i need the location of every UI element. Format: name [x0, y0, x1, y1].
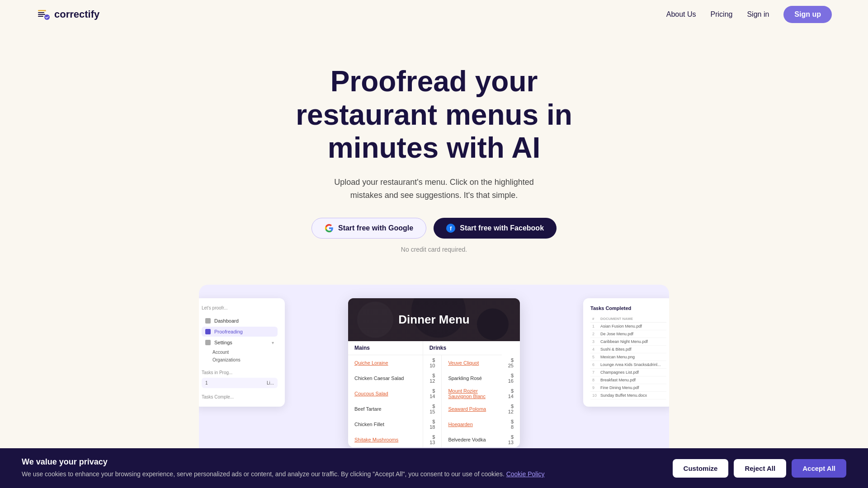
completed-table-row: 1Asian Fusion Menu.pdf — [590, 323, 666, 330]
facebook-icon: f — [446, 224, 455, 233]
completed-table-row: 4Sushi & Bites.pdf — [590, 346, 666, 353]
menu-table: Mains Drinks Quiche Loraine$ 10Veuve Cli… — [348, 341, 520, 447]
facebook-button-label: Start free with Facebook — [460, 224, 544, 232]
completed-table-row: 2De Jose Menu.pdf — [590, 330, 666, 338]
tasks-in-progress-section: Tasks in Prog... 1 Li... — [202, 370, 278, 388]
sidebar-account[interactable]: Account — [202, 348, 278, 356]
accept-all-button[interactable]: Accept All — [792, 459, 846, 478]
completed-table: # DOCUMENT NAME 1Asian Fusion Menu.pdf2D… — [590, 315, 666, 399]
google-button-label: Start free with Google — [338, 224, 413, 232]
nav-signup-button[interactable]: Sign up — [783, 6, 832, 23]
hero-subtitle: Upload your restaurant's menu. Click on … — [321, 176, 547, 202]
proofreading-label: Proofreading — [214, 329, 243, 334]
dinner-menu-card: Dinner Menu Mains Drinks Quiche Loraine$… — [348, 298, 520, 447]
dinner-menu-title: Dinner Menu — [398, 313, 469, 326]
completed-table-row: 7Champagnes List.pdf — [590, 369, 666, 376]
svg-rect-1 — [38, 10, 46, 11]
mains-header: Mains — [348, 341, 423, 355]
completed-table-row: 3Caribbean Night Menu.pdf — [590, 338, 666, 346]
dashboard-icon — [205, 318, 211, 324]
cookie-desc-text: We use cookies to enhance your browsing … — [22, 470, 505, 478]
nav-pricing[interactable]: Pricing — [711, 10, 733, 19]
proofreading-icon — [205, 329, 211, 334]
cookie-title: We value your privacy — [22, 457, 662, 467]
google-icon — [325, 224, 334, 233]
customize-button[interactable]: Customize — [673, 459, 729, 478]
chevron-icon: ▾ — [272, 340, 274, 345]
completed-table-row: 6Lounge Area Kids Snacks&drinl... — [590, 361, 666, 369]
completed-col-name: DOCUMENT NAME — [599, 315, 666, 323]
svg-rect-2 — [38, 12, 44, 13]
hero-title: Proofread your restaurant menus in minut… — [262, 65, 606, 165]
google-signup-button[interactable]: Start free with Google — [311, 218, 426, 239]
sidebar-panel: Let's proofr... Dashboard Proofreading S… — [199, 298, 285, 407]
task-number: 1 — [205, 380, 208, 385]
settings-label: Settings — [214, 340, 232, 345]
dinner-menu-body: Mains Drinks Quiche Loraine$ 10Veuve Cli… — [348, 341, 520, 447]
completed-panel-title: Tasks Completed — [590, 305, 666, 311]
tasks-completed-label: Tasks Comple... — [202, 394, 278, 399]
sidebar-nav-proofreading[interactable]: Proofreading — [202, 327, 278, 337]
reject-all-button[interactable]: Reject All — [734, 459, 786, 478]
nav-about-us[interactable]: About Us — [666, 10, 696, 19]
tasks-in-progress-label: Tasks in Prog... — [202, 370, 278, 375]
task-filename: Li... — [267, 380, 274, 385]
logo[interactable]: correctify — [36, 7, 99, 22]
completed-table-row: 9Fine Dining Menu.pdf — [590, 384, 666, 392]
dinner-menu-header: Dinner Menu — [348, 298, 520, 341]
facebook-signup-button[interactable]: f Start free with Facebook — [434, 218, 557, 239]
cookie-policy-link[interactable]: Cookie Policy — [506, 470, 545, 478]
cookie-description: We use cookies to enhance your browsing … — [22, 469, 662, 479]
completed-panel: Tasks Completed # DOCUMENT NAME 1Asian F… — [583, 298, 669, 407]
completed-table-row: 5Mexican Menu.png — [590, 353, 666, 361]
svg-rect-4 — [38, 16, 43, 17]
cookie-banner: We value your privacy We use cookies to … — [0, 448, 868, 488]
sidebar-nav-settings[interactable]: Settings ▾ — [202, 338, 278, 347]
completed-table-row: 10Sunday Buffet Menu.docx — [590, 392, 666, 399]
nav-signin[interactable]: Sign in — [747, 10, 769, 19]
svg-point-5 — [44, 14, 50, 20]
settings-icon — [205, 340, 211, 345]
completed-col-num: # — [590, 315, 599, 323]
sidebar-nav-dashboard[interactable]: Dashboard — [202, 316, 278, 326]
cookie-text-block: We value your privacy We use cookies to … — [22, 457, 662, 479]
sidebar-header-text: Let's proofr... — [202, 305, 278, 310]
nav-links: About Us Pricing Sign in Sign up — [666, 6, 832, 23]
hero-section: Proofread your restaurant menus in minut… — [0, 29, 868, 271]
tasks-completed-section: Tasks Comple... — [202, 394, 278, 399]
dashboard-label: Dashboard — [214, 318, 239, 324]
completed-table-row: 8Breakfast Menu.pdf — [590, 376, 666, 384]
navbar: correctify About Us Pricing Sign in Sign… — [0, 0, 868, 29]
svg-rect-3 — [38, 14, 45, 15]
sidebar-organizations[interactable]: Organizations — [202, 356, 278, 364]
cookie-actions: Customize Reject All Accept All — [673, 459, 846, 478]
logo-text: correctify — [54, 9, 99, 20]
task-item-1: 1 Li... — [202, 378, 278, 388]
no-credit-card-text: No credit card required. — [9, 246, 859, 253]
hero-buttons: Start free with Google f Start free with… — [9, 218, 859, 239]
drinks-header: Drinks — [423, 341, 501, 355]
